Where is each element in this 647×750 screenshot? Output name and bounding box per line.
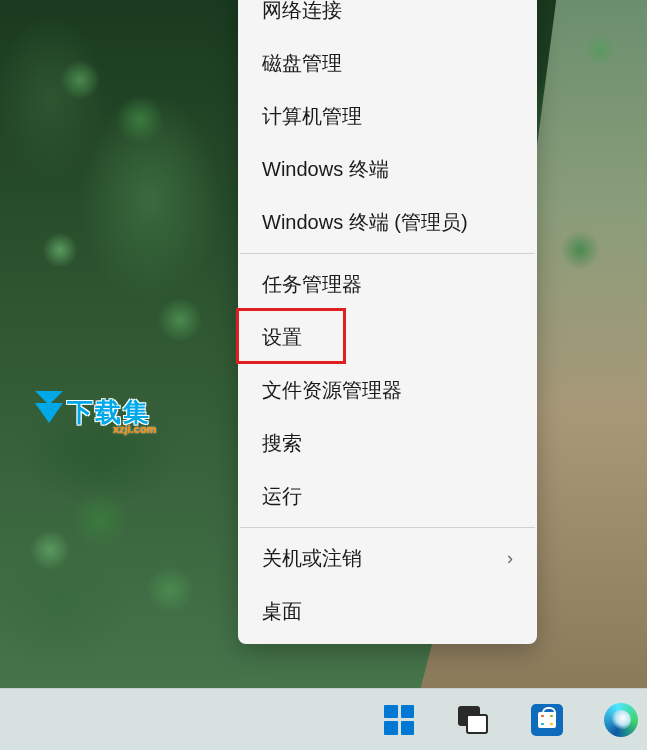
taskbar-icons xyxy=(377,698,647,742)
menu-label: 桌面 xyxy=(262,598,302,625)
menu-item-network-connections[interactable]: 网络连接 xyxy=(238,0,537,37)
menu-separator xyxy=(240,527,535,528)
menu-item-shutdown-signout[interactable]: 关机或注销 › xyxy=(238,532,537,585)
menu-item-windows-terminal-admin[interactable]: Windows 终端 (管理员) xyxy=(238,196,537,249)
windows-logo-icon xyxy=(384,705,414,735)
menu-label: 设置 xyxy=(262,324,302,351)
menu-label: 文件资源管理器 xyxy=(262,377,402,404)
menu-label: Windows 终端 xyxy=(262,156,389,183)
menu-item-desktop[interactable]: 桌面 xyxy=(238,585,537,638)
menu-label: 关机或注销 xyxy=(262,545,362,572)
menu-label: 计算机管理 xyxy=(262,103,362,130)
start-button[interactable] xyxy=(377,698,421,742)
menu-item-task-manager[interactable]: 任务管理器 xyxy=(238,258,537,311)
winx-context-menu: 网络连接 磁盘管理 计算机管理 Windows 终端 Windows 终端 (管… xyxy=(238,0,537,644)
download-arrow-icon xyxy=(35,403,63,423)
menu-item-computer-management[interactable]: 计算机管理 xyxy=(238,90,537,143)
menu-label: 搜索 xyxy=(262,430,302,457)
desktop-background: 下载集 xzji.com 网络连接 磁盘管理 计算机管理 Windows 终端 … xyxy=(0,0,647,750)
watermark: 下载集 xzji.com xyxy=(35,395,151,430)
task-view-icon xyxy=(458,706,488,734)
menu-label: 磁盘管理 xyxy=(262,50,342,77)
store-icon xyxy=(531,704,563,736)
menu-label: 任务管理器 xyxy=(262,271,362,298)
menu-item-file-explorer[interactable]: 文件资源管理器 xyxy=(238,364,537,417)
menu-label: Windows 终端 (管理员) xyxy=(262,209,468,236)
edge-icon xyxy=(604,703,638,737)
chevron-right-icon: › xyxy=(507,548,513,569)
menu-label: 运行 xyxy=(262,483,302,510)
watermark-url: xzji.com xyxy=(113,423,156,435)
menu-item-run[interactable]: 运行 xyxy=(238,470,537,523)
menu-item-search[interactable]: 搜索 xyxy=(238,417,537,470)
menu-label: 网络连接 xyxy=(262,0,342,24)
microsoft-store-button[interactable] xyxy=(525,698,569,742)
taskbar xyxy=(0,688,647,750)
task-view-button[interactable] xyxy=(451,698,495,742)
edge-button[interactable] xyxy=(599,698,643,742)
menu-item-windows-terminal[interactable]: Windows 终端 xyxy=(238,143,537,196)
menu-item-disk-management[interactable]: 磁盘管理 xyxy=(238,37,537,90)
menu-separator xyxy=(240,253,535,254)
menu-item-settings[interactable]: 设置 xyxy=(238,311,537,364)
